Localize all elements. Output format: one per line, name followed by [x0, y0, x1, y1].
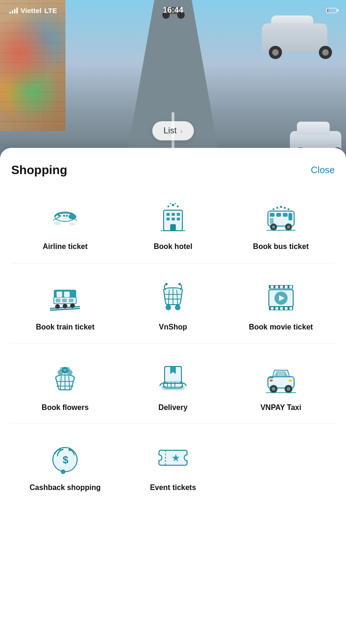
airline-label: Airline ticket [43, 242, 87, 252]
bus-item[interactable]: Book bus ticket [227, 194, 335, 256]
svg-point-1 [69, 214, 76, 219]
sheet-header: Shopping Close [11, 163, 335, 177]
cashback-item[interactable]: $ Cashback shopping [11, 435, 119, 497]
svg-point-2 [63, 215, 65, 217]
svg-rect-40 [56, 299, 60, 302]
event-label: Event tickets [150, 483, 196, 493]
svg-rect-67 [271, 307, 274, 310]
svg-rect-27 [270, 213, 274, 217]
svg-rect-39 [64, 292, 70, 297]
taxi-item[interactable]: VNPAY Taxi [227, 355, 335, 417]
svg-rect-30 [270, 218, 274, 224]
svg-rect-90 [288, 380, 292, 382]
svg-rect-14 [177, 213, 180, 216]
network-label: LTE [44, 7, 57, 15]
svg-rect-91 [270, 380, 273, 381]
hotel-label: Book hotel [154, 242, 193, 252]
svg-point-96 [61, 470, 65, 474]
divider-2 [11, 344, 335, 344]
bus-label: Book bus ticket [253, 242, 309, 252]
hero-image: List › [0, 0, 346, 159]
delivery-icon [154, 359, 192, 396]
close-button[interactable]: Close [311, 165, 335, 176]
svg-point-47 [70, 303, 75, 308]
bus-icon [262, 198, 300, 235]
status-left: Viettel LTE [9, 7, 57, 15]
svg-point-21 [273, 208, 274, 210]
svg-rect-70 [285, 307, 288, 310]
svg-rect-68 [275, 307, 278, 310]
svg-point-54 [175, 305, 180, 310]
svg-rect-42 [69, 299, 73, 302]
cashback-label: Cashback shopping [29, 483, 101, 493]
svg-point-10 [170, 203, 171, 205]
status-bar: Viettel LTE 16:44 [0, 0, 346, 21]
svg-point-4 [54, 221, 61, 225]
taxi-label: VNPAY Taxi [260, 403, 301, 413]
chevron-right-icon: › [180, 127, 183, 135]
svg-point-7 [167, 205, 169, 207]
train-label: Book train ticket [36, 322, 94, 332]
svg-rect-61 [285, 285, 288, 288]
svg-rect-12 [166, 213, 170, 216]
services-grid-row3: Book flowers [11, 355, 335, 417]
train-item[interactable]: Book train ticket [11, 275, 119, 336]
svg-rect-62 [289, 285, 292, 288]
svg-point-11 [174, 203, 176, 205]
signal-icon [9, 7, 18, 14]
svg-text:$: $ [63, 454, 68, 466]
airline-ticket-item[interactable]: Airline ticket [11, 194, 119, 256]
svg-point-56 [178, 283, 180, 285]
svg-point-9 [177, 205, 179, 207]
hotel-item[interactable]: Book hotel [119, 194, 227, 256]
event-item[interactable]: Event tickets [119, 435, 227, 497]
cashback-icon: $ [46, 439, 84, 476]
battery-icon [326, 8, 337, 13]
airplane-icon [46, 198, 84, 235]
svg-rect-29 [283, 213, 288, 217]
svg-rect-59 [275, 285, 278, 288]
time-label: 16:44 [163, 6, 183, 15]
svg-point-87 [272, 387, 275, 391]
list-button-container: List › [152, 121, 194, 140]
cart-icon [154, 278, 192, 316]
list-button[interactable]: List › [152, 121, 194, 140]
services-grid-row2: Book train ticket [11, 275, 335, 336]
svg-point-32 [272, 226, 275, 229]
services-grid-row1: Airline ticket [11, 194, 335, 256]
svg-point-3 [66, 215, 68, 217]
flowers-item[interactable]: Book flowers [11, 355, 119, 417]
vnshop-item[interactable]: VnShop [119, 275, 227, 336]
delivery-label: Delivery [159, 403, 187, 413]
divider-1 [11, 263, 335, 263]
svg-rect-13 [172, 213, 175, 216]
flowers-label: Book flowers [42, 403, 88, 413]
sheet-title: Shopping [11, 163, 67, 177]
svg-point-24 [284, 207, 286, 209]
svg-point-34 [287, 226, 290, 229]
svg-point-55 [165, 283, 167, 285]
svg-rect-26 [288, 213, 292, 220]
movie-item[interactable]: Book movie ticket [227, 275, 335, 336]
services-grid-row4: $ Cashback shopping [11, 435, 335, 497]
hotel-icon [154, 198, 192, 235]
svg-rect-16 [172, 218, 175, 220]
svg-rect-60 [280, 285, 283, 288]
delivery-item[interactable]: Delivery [119, 355, 227, 417]
movie-icon [262, 278, 300, 316]
taxi-icon [262, 359, 300, 396]
bottom-sheet: Shopping Close [0, 148, 346, 644]
svg-point-5 [70, 223, 75, 226]
svg-rect-18 [170, 224, 176, 231]
svg-rect-71 [289, 307, 292, 310]
svg-point-25 [288, 208, 289, 210]
svg-point-45 [55, 304, 60, 309]
svg-point-8 [172, 204, 174, 206]
svg-rect-58 [271, 285, 274, 288]
svg-rect-41 [62, 299, 67, 302]
vnshop-label: VnShop [159, 322, 187, 332]
movie-label: Book movie ticket [249, 322, 313, 332]
svg-rect-69 [280, 307, 283, 310]
svg-point-22 [276, 207, 278, 209]
svg-rect-85 [276, 371, 286, 377]
